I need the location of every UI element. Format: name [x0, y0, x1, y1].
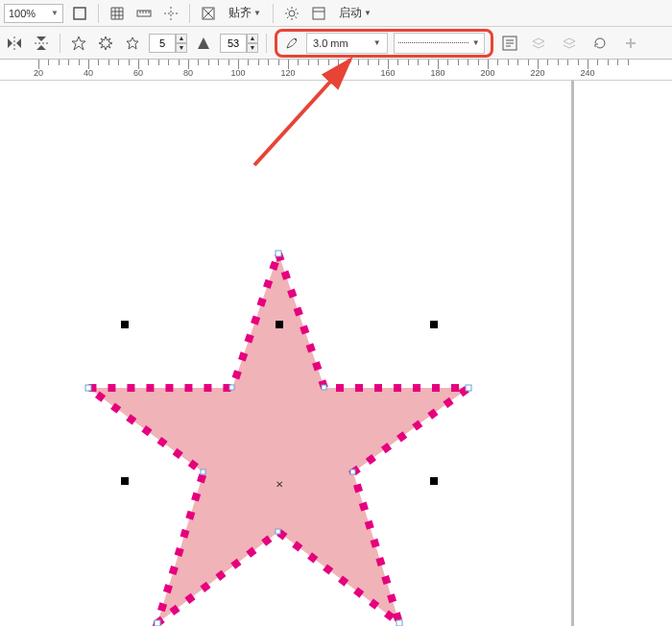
canvas-workspace[interactable]: ✕: [0, 81, 672, 626]
svg-point-9: [295, 38, 297, 40]
fullscreen-icon[interactable]: [69, 3, 90, 24]
horizontal-ruler[interactable]: 20406080100120140160180200220240: [0, 60, 672, 81]
svg-rect-15: [155, 620, 160, 626]
options-gear-icon[interactable]: [281, 3, 302, 24]
mirror-horizontal-icon[interactable]: [4, 33, 25, 54]
selection-handle[interactable]: [121, 477, 129, 485]
zoom-combo[interactable]: 100% ▼: [4, 4, 63, 23]
star-points-input[interactable]: [149, 34, 176, 53]
ruler-tick-label: 240: [580, 68, 594, 78]
ruler-icon[interactable]: [133, 3, 155, 24]
svg-rect-20: [201, 470, 205, 474]
star-sharpness-spin[interactable]: ▲ ▼: [220, 34, 258, 53]
svg-rect-4: [313, 8, 324, 19]
star-shape[interactable]: [67, 244, 490, 626]
svg-marker-8: [198, 37, 209, 49]
svg-rect-16: [85, 385, 91, 391]
guides-icon[interactable]: [160, 3, 181, 24]
separator: [266, 34, 267, 53]
svg-rect-13: [466, 385, 471, 391]
zoom-value: 100%: [9, 8, 36, 19]
layer-back-icon: [559, 33, 580, 54]
snap-dropdown[interactable]: 贴齐 ▼: [225, 5, 265, 21]
selection-handle[interactable]: [430, 321, 438, 328]
launch-dropdown[interactable]: 启动 ▼: [335, 5, 375, 21]
star-sharpness-input[interactable]: [220, 34, 247, 53]
ruler-tick-label: 220: [530, 68, 544, 78]
spin-up-icon[interactable]: ▲: [247, 34, 258, 43]
complex-star-icon[interactable]: [95, 33, 116, 54]
separator: [60, 34, 60, 53]
star-sharpness-icon: [193, 33, 214, 54]
ruler-tick-label: 60: [133, 68, 143, 78]
svg-marker-7: [127, 37, 138, 49]
snap-label: 贴齐: [228, 5, 252, 21]
separator: [98, 4, 99, 23]
property-bar: ▲ ▼ ▲ ▼ 3.0 mm ▼ ▼: [0, 27, 672, 60]
line-style-dotted-preview: [398, 42, 468, 43]
ruler-tick-label: 160: [380, 68, 395, 78]
svg-rect-12: [276, 251, 281, 256]
ruler-tick-label: 140: [330, 68, 345, 78]
ruler-tick-label: 100: [230, 68, 245, 78]
chevron-down-icon: ▼: [51, 9, 59, 17]
snap-toggle-icon[interactable]: [198, 3, 219, 24]
ruler-tick-label: 20: [34, 68, 43, 78]
ruler-tick-label: 40: [84, 68, 93, 78]
chevron-down-icon: ▼: [472, 38, 480, 47]
svg-marker-5: [72, 36, 85, 50]
top-toolbar: 100% ▼ 贴齐 ▼ 启动 ▼: [0, 0, 672, 27]
chevron-down-icon: ▼: [373, 38, 381, 47]
outline-width-value: 3.0 mm: [313, 37, 348, 49]
svg-rect-14: [396, 620, 402, 626]
selection-handle[interactable]: [276, 321, 283, 328]
disabled-icons-group: [528, 33, 641, 54]
panel-icon[interactable]: [308, 3, 329, 24]
outline-highlight-region: 3.0 mm ▼ ▼: [275, 29, 493, 58]
chevron-down-icon: ▼: [253, 9, 261, 17]
svg-rect-17: [322, 385, 326, 390]
svg-marker-6: [99, 36, 112, 50]
wrap-text-icon[interactable]: [499, 33, 520, 54]
selection-handle[interactable]: [121, 321, 129, 328]
refresh-icon[interactable]: [589, 33, 611, 54]
separator: [273, 4, 274, 23]
svg-rect-18: [350, 470, 355, 474]
svg-rect-21: [229, 385, 234, 390]
ruler-tick-label: 200: [480, 68, 494, 78]
selection-center-marker: ✕: [276, 479, 283, 490]
star-points-spin[interactable]: ▲ ▼: [149, 34, 187, 53]
ruler-tick-label: 120: [280, 68, 295, 78]
separator: [189, 4, 190, 23]
spin-down-icon[interactable]: ▼: [176, 43, 187, 53]
ruler-tick-label: 180: [430, 68, 444, 78]
spin-up-icon[interactable]: ▲: [176, 34, 187, 43]
layer-front-icon: [528, 33, 549, 54]
selection-handle[interactable]: [430, 477, 438, 485]
ruler-tick-label: 80: [183, 68, 193, 78]
outline-width-combo[interactable]: 3.0 mm ▼: [306, 33, 388, 54]
svg-point-3: [289, 11, 295, 16]
add-icon: [620, 33, 641, 54]
mirror-vertical-icon[interactable]: [31, 33, 52, 54]
spin-down-icon[interactable]: ▼: [247, 43, 258, 53]
svg-rect-19: [276, 529, 280, 534]
page-right-edge: [571, 81, 574, 626]
chevron-down-icon: ▼: [364, 9, 372, 17]
star-points-icon: [122, 33, 143, 54]
star-shape-icon[interactable]: [68, 33, 89, 54]
grid-icon[interactable]: [107, 3, 128, 24]
svg-rect-0: [74, 8, 85, 19]
line-style-combo[interactable]: ▼: [394, 33, 485, 54]
svg-marker-11: [88, 253, 468, 623]
pen-outline-icon[interactable]: [283, 33, 300, 54]
launch-label: 启动: [339, 5, 362, 21]
